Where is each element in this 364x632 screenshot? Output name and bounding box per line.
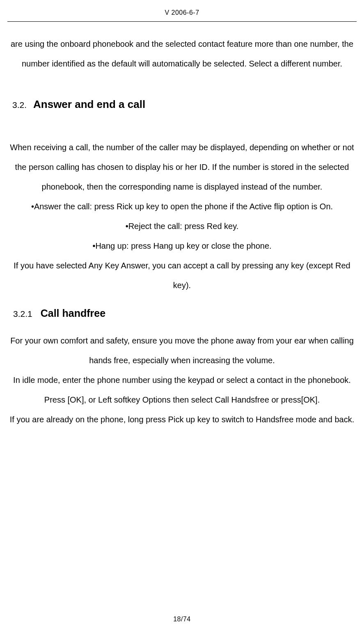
page-footer: 18/74 [0,616,364,623]
section-3-2-paragraph-2: If you have selected Any Key Answer, you… [4,256,360,295]
section-3-2-1-paragraph-3: Press [OK], or Left softkey Options then… [4,390,360,410]
intro-paragraph: are using the onboard phonebook and the … [4,34,360,73]
section-3-2-1-paragraph-1: For your own comfort and safety, ensure … [4,331,360,370]
section-3-2-bullet-2: •Reject the call: press Red key. [4,216,360,236]
section-3-2-bullet-3: •Hang up: press Hang up key or close the… [4,236,360,256]
subsection-title: Call handfree [41,307,105,319]
subsection-number: 3.2.1 [13,309,32,319]
section-3-2-bullet-1: •Answer the call: press Rick up key to o… [4,197,360,216]
header-version-date: V 2006-6-7 [165,9,199,16]
section-3-2-1-heading: 3.2.1 Call handfree [4,307,360,319]
section-3-2-1-paragraph-4: If you are already on the phone, long pr… [4,410,360,429]
page-number: 18/74 [173,616,191,623]
section-title: Answer and end a call [33,98,145,111]
section-3-2-paragraph-1: When receiving a call, the number of the… [4,137,360,197]
section-3-2-1-paragraph-2: In idle mode, enter the phone number usi… [4,370,360,390]
page-header: V 2006-6-7 [7,0,357,22]
section-number: 3.2. [12,100,27,110]
section-3-2-heading: 3.2. Answer and end a call [4,98,360,111]
page-content: are using the onboard phonebook and the … [0,22,364,429]
